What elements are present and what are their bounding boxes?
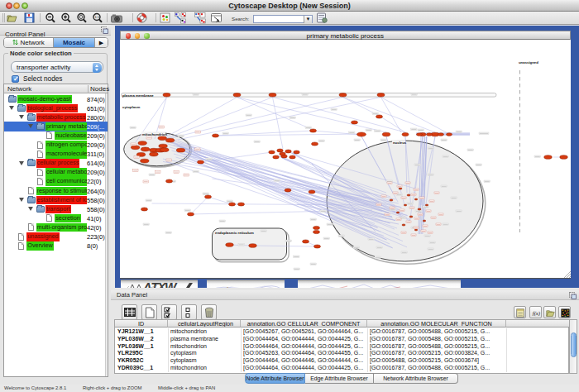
svg-text:unassigned: unassigned: [519, 60, 538, 65]
svg-text:nucleus: nucleus: [393, 141, 407, 145]
svg-text:cytoplasm: cytoplasm: [122, 105, 140, 109]
svg-text:mitochondrion: mitochondrion: [142, 132, 167, 136]
svg-text:1:1: 1:1: [94, 15, 99, 19]
svg-text:f(x): f(x): [533, 310, 541, 317]
svg-text:plasma membrane: plasma membrane: [122, 93, 154, 98]
svg-text:endoplasmic reticulum: endoplasmic reticulum: [215, 231, 254, 235]
